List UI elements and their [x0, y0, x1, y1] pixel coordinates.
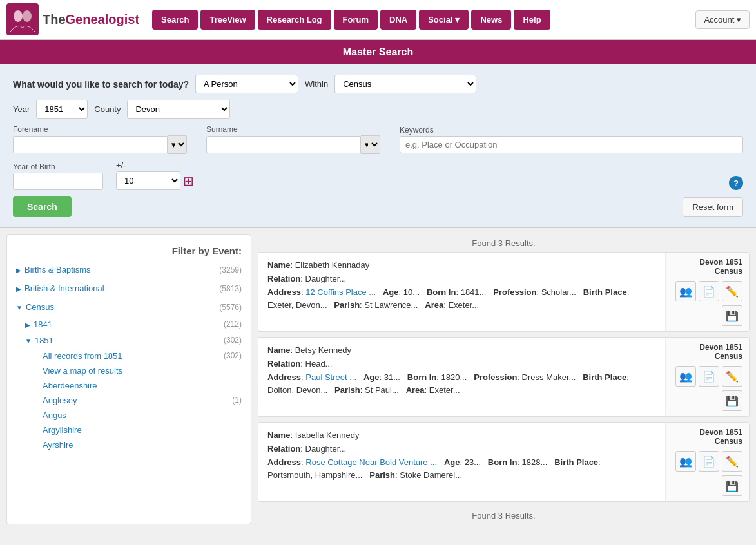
help-icon[interactable]: ?	[729, 176, 743, 190]
search-form: What would you like to search for today?…	[0, 64, 756, 228]
result-info-3: Name: Isabella Kennedy Relation: Daughte…	[258, 423, 665, 501]
plusminus-label: +/-	[116, 160, 194, 170]
result-info-2: Name: Betsy Kennedy Relation: Head... Ad…	[258, 338, 665, 416]
result-bp-1: Exeter, Devon...	[267, 300, 327, 310]
nav-help[interactable]: Help	[514, 10, 550, 30]
result-born-1: 1841...	[461, 287, 487, 297]
result-address-3[interactable]: Rose Cottage Near Bold Venture ...	[305, 457, 437, 467]
yob-label: Year of Birth	[13, 162, 103, 171]
action-row-1	[675, 281, 742, 301]
view-persons-btn-3[interactable]	[675, 451, 696, 472]
forename-label: Forename	[13, 125, 187, 134]
search-for-label: What would you like to search for today?	[13, 79, 189, 90]
nav-dna[interactable]: DNA	[380, 10, 416, 30]
result-relation-2: Head...	[305, 359, 333, 368]
surname-arrow[interactable]: ▾	[361, 135, 380, 154]
link-ayrshire[interactable]: Ayrshire	[7, 437, 251, 452]
account-button[interactable]: Account ▾	[695, 10, 750, 29]
within-select[interactable]: Census	[334, 75, 476, 93]
plusminus-select[interactable]: 10	[116, 171, 180, 190]
view-doc-btn-2[interactable]	[699, 366, 719, 387]
doc-icon-1	[703, 285, 715, 298]
person-select[interactable]: A Person	[195, 75, 298, 93]
result-parish-1: St Lawrence...	[364, 300, 418, 310]
doc-icon-2	[703, 370, 715, 383]
view-persons-btn-1[interactable]	[675, 281, 696, 301]
result-born-2: 1820...	[441, 372, 467, 382]
result-relation-3: Daughter...	[305, 444, 347, 454]
nav-news[interactable]: News	[471, 10, 511, 30]
link-anglesey[interactable]: Anglesey (1)	[7, 393, 251, 408]
result-parish-3: Stoke Damerel...	[400, 470, 462, 480]
result-source-2: Devon 1851 Census	[672, 343, 742, 361]
link-all-1851[interactable]: All records from 1851 (302)	[7, 349, 251, 363]
save-icon-2	[726, 395, 739, 407]
nav-research-log[interactable]: Research Log	[258, 10, 331, 30]
keywords-input[interactable]	[400, 136, 743, 153]
edit-icon-3	[726, 455, 739, 468]
nav-search[interactable]: Search	[152, 10, 198, 30]
link-map[interactable]: View a map of results	[7, 363, 251, 378]
save-icon-3	[726, 480, 739, 492]
nav-social[interactable]: Social ▾	[419, 10, 469, 30]
county-select[interactable]: Devon	[127, 100, 230, 119]
logo-text: TheGenealogist	[43, 12, 139, 27]
save-btn-3[interactable]	[722, 475, 742, 496]
view-doc-btn-1[interactable]	[699, 281, 719, 301]
search-button[interactable]: Search	[13, 196, 72, 217]
results-layout: Filter by Event: Births & Baptisms (3259…	[0, 228, 756, 531]
surname-input[interactable]: Kennedy	[206, 136, 361, 153]
link-angus[interactable]: Angus	[7, 408, 251, 423]
year-select[interactable]: 1851	[36, 100, 88, 119]
births-arrow	[16, 265, 21, 274]
persons-icon-1	[679, 285, 692, 298]
action-row-save-3	[722, 474, 742, 496]
edit-btn-3[interactable]	[722, 451, 742, 472]
forename-arrow[interactable]: ▾	[168, 135, 187, 154]
svg-point-2	[23, 10, 32, 22]
edit-icon-1	[726, 285, 739, 298]
british-arrow	[16, 283, 21, 293]
result-card-2: Name: Betsy Kennedy Relation: Head... Ad…	[258, 337, 750, 417]
within-label: Within	[305, 79, 328, 89]
filter-births[interactable]: Births & Baptisms (3259)	[7, 260, 251, 279]
action-row-3	[675, 451, 742, 472]
result-source-3: Devon 1851 Census	[672, 428, 742, 446]
result-parish-2: St Paul...	[365, 385, 399, 395]
filter-british[interactable]: British & International (5813)	[7, 279, 251, 298]
county-label: County	[94, 104, 121, 114]
main-results: Found 3 Results. Name: Elizabeth Kennada…	[258, 234, 750, 524]
action-row-2	[675, 366, 742, 387]
filter-census[interactable]: Census (5576)	[7, 298, 251, 316]
action-row-save-1	[722, 304, 742, 326]
result-info-1: Name: Elizabeth Kennaday Relation: Daugh…	[258, 253, 665, 331]
census-1841-arrow	[25, 320, 30, 329]
edit-btn-2[interactable]	[722, 366, 742, 387]
results-summary-top: Found 3 Results.	[258, 234, 750, 252]
link-aberdeenshire[interactable]: Aberdeenshire	[7, 378, 251, 393]
reset-button[interactable]: Reset form	[683, 197, 743, 217]
forename-input[interactable]: Elizabeth	[13, 136, 168, 153]
result-actions-3: Devon 1851 Census	[665, 423, 749, 501]
save-btn-2[interactable]	[722, 390, 742, 411]
header: TheGenealogist Search TreeView Research …	[0, 0, 756, 40]
filter-1841[interactable]: 1841 (212)	[7, 316, 251, 332]
save-btn-1[interactable]	[722, 305, 742, 326]
link-argyllshire[interactable]: Argyllshire	[7, 423, 251, 437]
yob-input[interactable]	[13, 173, 103, 190]
sidebar: Filter by Event: Births & Baptisms (3259…	[6, 234, 251, 524]
filter-1851[interactable]: 1851 (302)	[7, 332, 251, 349]
result-actions-1: Devon 1851 Census	[665, 253, 749, 331]
calculator-icon[interactable]: ⊞	[183, 173, 194, 189]
view-doc-btn-3[interactable]	[699, 451, 719, 472]
result-bp-3: Portsmouth, Hampshire...	[267, 470, 362, 480]
keywords-label: Keywords	[400, 126, 743, 135]
view-persons-btn-2[interactable]	[675, 366, 696, 387]
result-prof-2: Dress Maker...	[522, 372, 576, 382]
result-address-2[interactable]: Paul Street ...	[305, 372, 356, 382]
nav-forum[interactable]: Forum	[334, 10, 378, 30]
edit-btn-1[interactable]	[722, 281, 742, 301]
year-label: Year	[13, 104, 30, 114]
result-address-1[interactable]: 12 Coffins Place ...	[305, 287, 376, 297]
nav-treeview[interactable]: TreeView	[200, 10, 255, 30]
